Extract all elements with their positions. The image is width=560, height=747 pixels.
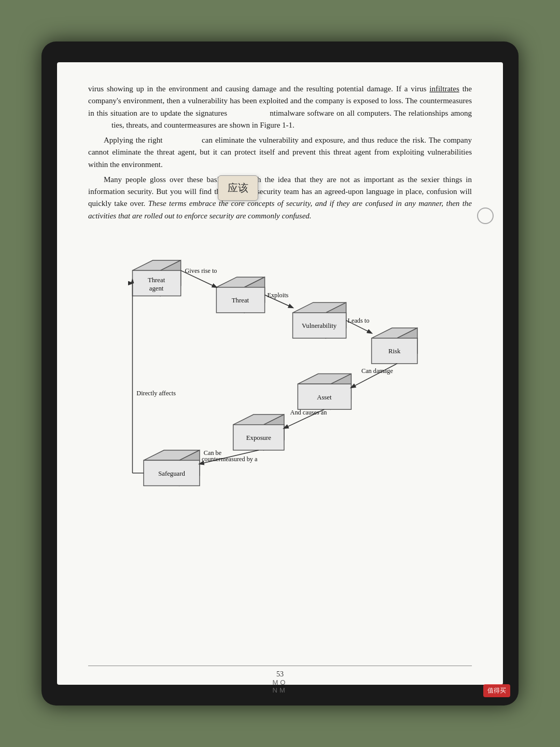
security-diagram: Threat agent Threat (99, 227, 461, 497)
paragraph-2: Applying the right can eliminate the vul… (88, 134, 472, 171)
node-threat: Threat (216, 277, 264, 313)
device-frame: 应该 virus showing up in the environment a… (41, 42, 519, 706)
arrow-directly-affects: Directly affects (131, 278, 176, 473)
node-risk: Risk (372, 328, 417, 364)
svg-text:Gives rise to: Gives rise to (185, 267, 217, 274)
popup-tooltip: 应该 (218, 175, 258, 201)
node-vulnerability: Vulnerability (293, 302, 346, 338)
arrow-leads-to: Leads to (346, 317, 372, 333)
svg-text:Leads to: Leads to (347, 317, 369, 324)
svg-text:Threat: Threat (148, 276, 165, 284)
watermark: 值得买 (483, 684, 510, 697)
node-exposure: Exposure (233, 414, 284, 450)
svg-text:And causes an: And causes an (290, 409, 327, 416)
arrow-and-causes-an: And causes an (284, 409, 327, 428)
device-logo: MONM (273, 679, 288, 694)
svg-text:countermeasured by a: countermeasured by a (202, 455, 258, 463)
svg-text:Threat: Threat (232, 297, 249, 304)
diagram-container: Threat agent Threat (88, 227, 472, 497)
svg-text:Safeguard: Safeguard (158, 470, 185, 477)
paragraph-3: Many people gloss over these basic terms… (88, 174, 472, 222)
scroll-indicator[interactable] (477, 208, 494, 224)
svg-text:Can damage: Can damage (361, 367, 393, 374)
svg-text:Risk: Risk (388, 348, 401, 355)
svg-text:Asset: Asset (317, 393, 332, 400)
arrow-can-damage: Can damage (351, 364, 397, 388)
page-number: 53 (276, 670, 284, 678)
watermark-text: 值得买 (487, 687, 506, 694)
node-threat-agent: Threat agent (132, 260, 180, 296)
svg-text:agent: agent (149, 284, 164, 292)
node-asset: Asset (298, 374, 351, 409)
page-content: virus showing up in the environment and … (57, 62, 503, 666)
arrow-exploits: Exploits (265, 292, 293, 308)
svg-text:Directly affects: Directly affects (136, 390, 176, 397)
svg-text:Exploits: Exploits (267, 292, 288, 299)
arrow-countermeasured-by: Can be countermeasured by a (200, 449, 259, 464)
popup-text: 应该 (228, 182, 248, 193)
screen: 应该 virus showing up in the environment a… (57, 62, 503, 685)
node-safeguard: Safeguard (144, 450, 200, 486)
paragraph-1: virus showing up in the environment and … (88, 83, 472, 131)
svg-text:Vulnerability: Vulnerability (302, 322, 337, 329)
arrow-gives-rise-to: Gives rise to (181, 267, 217, 287)
svg-text:Exposure: Exposure (246, 434, 271, 441)
